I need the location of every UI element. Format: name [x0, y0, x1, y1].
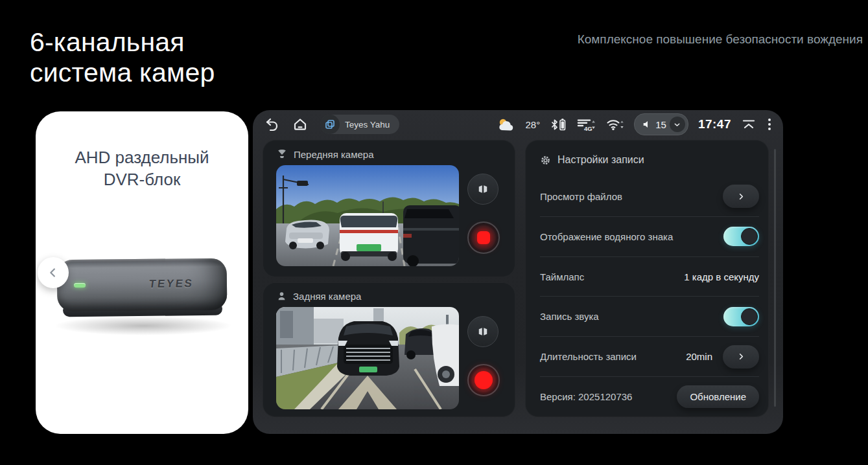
- timelapse-value: 1 кадр в секунду: [684, 271, 759, 282]
- page-title-line2: система камер: [30, 58, 215, 88]
- page-title: 6-канальная система камер: [30, 27, 215, 88]
- chevron-down-icon: [673, 120, 681, 129]
- app-windows-icon: [320, 115, 340, 134]
- settings-row-files: Просмотр файлов: [540, 177, 759, 216]
- overflow-menu-icon[interactable]: [766, 117, 773, 132]
- volume-control-pill[interactable]: 15: [634, 113, 688, 135]
- timelapse-label: Таймлапс: [540, 271, 584, 282]
- duration-value: 20min: [686, 351, 712, 362]
- rear-camera-title: Задняя камера: [293, 291, 361, 302]
- status-bar-left: Teyes Yahu: [264, 115, 399, 134]
- gear-icon: [540, 155, 551, 166]
- carousel-prev-button[interactable]: [38, 257, 69, 288]
- dvr-card-title: AHD раздельный DVR-блок: [36, 146, 248, 190]
- dvr-card-title-line1: AHD раздельный: [36, 146, 248, 168]
- toggle-knob: [741, 228, 758, 245]
- dvr-device-shadow: [54, 316, 233, 335]
- wifi-icon: [606, 118, 624, 131]
- rear-camera-scene: [276, 307, 459, 409]
- front-camera-feed: [276, 165, 459, 266]
- network-type-label: 4G: [584, 124, 592, 131]
- chevron-right-icon: [736, 352, 746, 361]
- dvr-led-indicator: [74, 283, 86, 288]
- dvr-brand-logo: TEYES: [148, 277, 194, 291]
- chevron-left-icon: [46, 266, 60, 280]
- front-camera-title: Передняя камера: [294, 149, 374, 160]
- settings-scrollbar[interactable]: [774, 149, 776, 407]
- chevron-right-icon: [736, 192, 746, 201]
- rear-camera-feed: [276, 307, 459, 409]
- settings-row-timelapse[interactable]: Таймлапс 1 кадр в секунду: [540, 256, 759, 297]
- recording-settings-card: Настройки записи Просмотр файлов Отображ…: [525, 140, 769, 417]
- settings-row-audio: Запись звука: [540, 296, 759, 336]
- watermark-toggle[interactable]: [723, 227, 759, 246]
- front-camera-scene: [276, 165, 459, 266]
- front-scene-black-suv: [403, 205, 459, 266]
- temperature-label: 28°: [526, 119, 541, 130]
- page-title-line1: 6-канальная: [30, 27, 215, 58]
- front-camera-controls: [467, 174, 500, 254]
- back-icon[interactable]: [264, 117, 280, 132]
- app-name-label: Teyes Yahu: [345, 120, 390, 130]
- files-label: Просмотр файлов: [540, 191, 622, 202]
- mobile-signal-icon: 4G: [577, 118, 596, 131]
- front-camera-card: Передняя камера: [263, 140, 515, 277]
- rear-camera-flip-button[interactable]: [467, 316, 499, 347]
- collapse-panel-icon[interactable]: [741, 117, 757, 132]
- settings-row-duration: Длительность записи 20min: [540, 336, 759, 376]
- front-scene-white-suv: [340, 213, 398, 261]
- mirror-flip-icon: [476, 183, 489, 196]
- promo-page: 6-канальная система камер Комплексное по…: [0, 0, 868, 465]
- duration-open-button[interactable]: [723, 345, 759, 369]
- front-camera-record-button[interactable]: [467, 221, 500, 254]
- front-scene-silver-sedan: [285, 220, 329, 249]
- head-unit-screen: Teyes Yahu 28°: [253, 110, 783, 434]
- dvr-card-title-line2: DVR-блок: [36, 168, 248, 190]
- weather-icon: [497, 117, 516, 131]
- dvr-device-image: TEYES: [57, 258, 228, 312]
- status-bar-right: 28°: [497, 113, 773, 135]
- status-bar: Teyes Yahu 28°: [253, 110, 783, 139]
- page-subtitle: Комплексное повышение безопасности вожде…: [578, 32, 863, 47]
- audio-label: Запись звука: [540, 311, 599, 322]
- rear-camera-record-button[interactable]: [467, 364, 500, 396]
- front-camera-flip-button[interactable]: [467, 174, 499, 205]
- recording-stop-icon: [477, 231, 490, 244]
- settings-row-watermark: Отображение водяного знака: [540, 216, 759, 256]
- clock-label: 17:47: [698, 117, 731, 131]
- front-camera-header: Передняя камера: [263, 141, 515, 165]
- files-open-button[interactable]: [723, 185, 759, 208]
- audio-record-toggle[interactable]: [723, 307, 759, 326]
- toggle-knob: [741, 308, 758, 325]
- settings-header: Настройки записи: [540, 141, 759, 177]
- watermark-label: Отображение водяного знака: [540, 231, 673, 242]
- running-app-pill[interactable]: Teyes Yahu: [320, 115, 399, 134]
- front-camera-icon: [276, 148, 288, 160]
- volume-expand-button[interactable]: [670, 117, 685, 132]
- rear-camera-icon: [276, 291, 287, 302]
- speaker-icon: [642, 119, 652, 130]
- settings-row-version: Версия: 2025120736 Обновление: [540, 376, 759, 416]
- rear-camera-card: Задняя камера: [263, 282, 515, 417]
- rear-camera-controls: [467, 316, 500, 396]
- version-label: Версия: 2025120736: [540, 391, 632, 402]
- duration-controls: 20min: [686, 345, 759, 369]
- update-button[interactable]: Обновление: [677, 385, 759, 408]
- volume-level-label: 15: [655, 119, 666, 130]
- settings-title: Настройки записи: [557, 154, 644, 166]
- rear-camera-header: Задняя камера: [263, 283, 515, 307]
- rear-scene-black-sedan: [337, 321, 399, 376]
- record-icon: [475, 371, 493, 389]
- mirror-flip-icon: [476, 325, 489, 338]
- duration-label: Длительность записи: [540, 351, 637, 362]
- bluetooth-battery-icon: [550, 118, 567, 131]
- home-icon[interactable]: [292, 117, 308, 132]
